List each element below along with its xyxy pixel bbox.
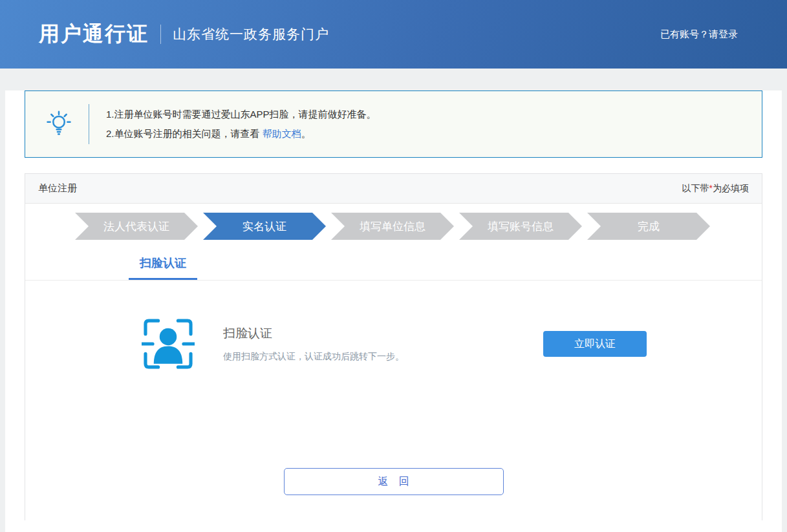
required-note-prefix: 以下带 [682, 183, 709, 193]
header-divider [160, 25, 161, 44]
required-note-suffix: 为必填项 [713, 183, 749, 193]
notice-text: 1.注册单位账号时需要通过爱山东APP扫脸，请提前做好准备。 2.单位账号注册的… [106, 105, 376, 144]
panel-title: 单位注册 [38, 182, 77, 195]
tab-face-auth[interactable]: 扫脸认证 [129, 255, 197, 280]
verify-now-button[interactable]: 立即认证 [543, 331, 647, 357]
step-3: 填写单位信息 [331, 213, 454, 240]
login-area: 已有账号？请登录 [660, 28, 738, 41]
face-scan-icon [142, 315, 195, 372]
login-hint: 已有账号？ [660, 28, 709, 39]
content-card: 1.注册单位账号时需要通过爱山东APP扫脸，请提前做好准备。 2.单位账号注册的… [5, 90, 782, 532]
steps: 法人代表认证实名认证填写单位信息填写账号信息完成 [75, 213, 710, 240]
site-title: 用户通行证 [39, 20, 149, 48]
step-4: 填写账号信息 [459, 213, 582, 240]
notice-line-2-text: 2.单位账号注册的相关问题，请查看 [106, 128, 263, 139]
login-link[interactable]: 请登录 [709, 28, 738, 39]
notice-line-1: 1.注册单位账号时需要通过爱山东APP扫脸，请提前做好准备。 [106, 105, 376, 124]
step-1: 法人代表认证 [75, 213, 198, 240]
step-5: 完成 [587, 213, 710, 240]
step-2-active: 实名认证 [203, 213, 326, 240]
face-auth-section: 扫脸认证 使用扫脸方式认证，认证成功后跳转下一步。 立即认证 [142, 315, 647, 372]
help-doc-link[interactable]: 帮助文档 [263, 128, 301, 139]
notice-divider [89, 104, 89, 144]
notice-line-2-suffix: 。 [301, 128, 311, 139]
header: 用户通行证 山东省统一政务服务门户 已有账号？请登录 [0, 0, 787, 69]
lightbulb-icon [46, 110, 72, 138]
face-auth-description: 使用扫脸方式认证，认证成功后跳转下一步。 [223, 351, 404, 363]
tab-bar: 扫脸认证 [25, 255, 762, 281]
face-auth-texts: 扫脸认证 使用扫脸方式认证，认证成功后跳转下一步。 [223, 325, 404, 363]
register-panel: 单位注册 以下带*为必填项 法人代表认证实名认证填写单位信息填写账号信息完成 扫… [25, 173, 762, 520]
required-note: 以下带*为必填项 [682, 183, 749, 195]
notice-box: 1.注册单位账号时需要通过爱山东APP扫脸，请提前做好准备。 2.单位账号注册的… [25, 90, 762, 158]
notice-line-2: 2.单位账号注册的相关问题，请查看 帮助文档。 [106, 124, 376, 144]
site-subtitle: 山东省统一政务服务门户 [173, 25, 329, 43]
panel-header: 单位注册 以下带*为必填项 [25, 174, 762, 204]
back-button[interactable]: 返 回 [284, 468, 504, 495]
face-auth-title: 扫脸认证 [223, 325, 404, 342]
